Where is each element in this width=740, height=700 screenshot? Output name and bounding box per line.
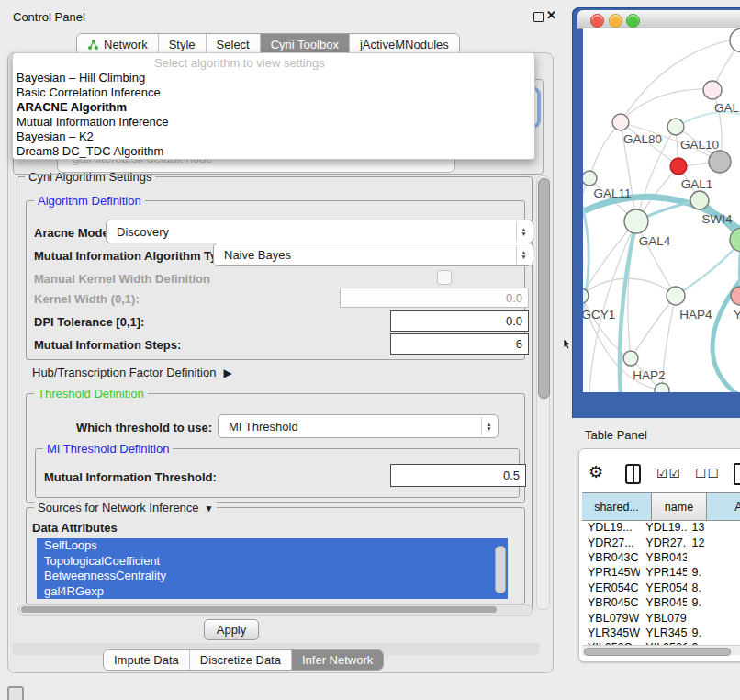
hub-definition-label: Hub/Transcription Factor Definition <box>32 366 216 379</box>
network-node[interactable] <box>655 383 669 392</box>
settings-gear-icon[interactable]: ⚙ <box>589 462 603 482</box>
network-window-titlebar[interactable] <box>577 10 740 29</box>
network-node[interactable] <box>612 114 629 130</box>
attribute-list-scrollbar[interactable] <box>495 540 505 597</box>
tab-select[interactable]: Select <box>207 34 261 54</box>
scrollbar-thumb[interactable] <box>538 178 550 399</box>
kernel-width-field[interactable]: 0.0 <box>340 288 529 308</box>
aracne-mode-label: Aracne Mode: <box>34 226 113 240</box>
select-all-checked-icon[interactable]: ☑☑ <box>656 466 681 480</box>
mi-type-combo[interactable]: Naive Bayes ▲▼ <box>213 243 533 266</box>
data-attribute-item[interactable]: TopologicalCoefficient <box>37 554 508 570</box>
tab-discretize-data[interactable]: Discretize Data <box>190 650 292 670</box>
column-header[interactable]: name <box>652 493 707 520</box>
network-node[interactable] <box>730 28 740 52</box>
network-node[interactable] <box>703 81 722 99</box>
tab-cyni-toolbox[interactable]: Cyni Toolbox <box>261 34 350 54</box>
document-icon[interactable] <box>734 463 740 485</box>
scrollbar-thumb[interactable] <box>21 606 497 613</box>
table-body: YDL19...YDL19...13YDR27...YDR27...12YBR0… <box>582 520 740 645</box>
table-row[interactable]: YLR345WYLR345W9. <box>582 626 740 640</box>
aracne-mode-combo[interactable]: Discovery ▲▼ <box>106 220 533 243</box>
threshold-definition-legend: Threshold Definition <box>34 387 148 401</box>
node-label: GAL11 <box>593 186 631 200</box>
network-node[interactable] <box>670 158 687 175</box>
tab-impute-data[interactable]: Impute Data <box>104 650 190 670</box>
tab-jactivemnodules[interactable]: jActiveMNodules <box>350 34 459 54</box>
control-panel-title: Control Panel <box>13 10 85 24</box>
mi-threshold-legend: MI Threshold Definition <box>43 442 173 456</box>
node-label: GCY1 <box>583 308 615 322</box>
dpi-tolerance-field[interactable]: 0.0 <box>390 310 529 332</box>
algorithm-definition-legend: Algorithm Definition <box>34 194 145 208</box>
tab-label: Impute Data <box>114 653 179 667</box>
manual-kernel-checkbox[interactable] <box>437 270 452 285</box>
node-label: GAL10 <box>680 138 719 152</box>
table-row[interactable]: YDL19...YDL19...13 <box>582 520 740 535</box>
split-columns-icon[interactable] <box>625 464 641 484</box>
collapsed-panel-icon[interactable] <box>7 686 24 700</box>
column-header[interactable]: A <box>707 493 740 520</box>
settings-horizontal-scrollbar[interactable] <box>18 604 533 616</box>
data-attributes-list[interactable]: SelfLoopsTopologicalCoefficientBetweenne… <box>37 538 508 599</box>
table-row[interactable]: YDR27...YDR27...12 <box>582 535 740 549</box>
algorithm-option[interactable]: Bayesian – K2 <box>17 130 531 144</box>
scrollbar-thumb[interactable] <box>584 648 731 656</box>
expand-right-icon: ▶ <box>223 367 231 379</box>
table-row[interactable]: YPR145WYPR145W9. <box>582 565 740 580</box>
settings-vertical-scrollbar[interactable] <box>536 175 550 610</box>
data-attributes-label: Data Attributes <box>32 521 118 535</box>
select-all-unchecked-icon[interactable]: ☐☐ <box>695 466 720 480</box>
tab-network[interactable]: Network <box>77 34 159 54</box>
close-light[interactable] <box>590 14 604 28</box>
node-label: Y <box>734 308 740 322</box>
network-node[interactable] <box>709 151 731 173</box>
table-row[interactable]: YBR045CYBR045C9. <box>582 595 740 610</box>
close-icon[interactable]: ✕ <box>546 8 556 22</box>
algorithm-option[interactable]: Bayesian – Hill Climbing <box>17 71 531 85</box>
table-row[interactable]: YER054CYER054C8. <box>582 581 740 595</box>
network-node[interactable] <box>667 119 684 135</box>
algorithm-option[interactable]: Dream8 DC_TDC Algorithm <box>17 144 531 159</box>
network-edge[interactable] <box>589 122 621 178</box>
network-node[interactable] <box>624 209 648 233</box>
data-attribute-item[interactable]: gal4RGexp <box>37 584 508 600</box>
data-attribute-item[interactable]: SelfLoops <box>37 538 508 554</box>
tab-infer-network[interactable]: Infer Network <box>292 650 383 670</box>
tab-style[interactable]: Style <box>159 34 207 54</box>
column-header[interactable]: shared... <box>582 493 652 520</box>
kernel-width-label: Kernel Width (0,1): <box>34 292 140 306</box>
network-edge[interactable] <box>583 278 676 296</box>
mi-threshold-field[interactable]: 0.5 <box>390 464 526 487</box>
algorithm-option[interactable]: ARACNE Algorithm <box>17 100 531 115</box>
network-edge[interactable] <box>676 240 740 296</box>
network-node[interactable] <box>667 287 685 305</box>
algorithm-option[interactable]: Basic Correlation Inference <box>17 85 531 100</box>
apply-button[interactable]: Apply <box>204 619 259 640</box>
node-label: GAL <box>714 101 740 115</box>
screen: Control Panel ✕ Network Style Select Cyn… <box>0 0 740 700</box>
tab-label: jActiveMNodules <box>360 38 449 51</box>
sources-legend[interactable]: Sources for Network Inference▼ <box>34 501 217 515</box>
table-row[interactable]: YBL079WYBL079W <box>582 610 740 625</box>
which-threshold-combo[interactable]: MI Threshold ▲▼ <box>218 414 499 438</box>
network-view-canvas[interactable]: GALGAL80GAL10GAL1GAL11SWI4GAL4GCY1HAP4YH… <box>583 28 740 392</box>
table-horizontal-scrollbar[interactable] <box>582 645 740 655</box>
network-node[interactable] <box>583 171 597 186</box>
tab-label: Cyni Toolbox <box>271 38 339 51</box>
scrollbar-thumb[interactable] <box>495 546 506 593</box>
network-node[interactable] <box>623 351 638 366</box>
kernel-width-value: 0.0 <box>506 291 522 305</box>
float-window-icon[interactable] <box>533 12 544 22</box>
network-node[interactable] <box>690 191 709 209</box>
stepper-icon: ▲▼ <box>516 222 531 241</box>
manual-kernel-label: Manual Kernel Width Definition <box>34 272 210 286</box>
data-attribute-item[interactable]: BetweennessCentrality <box>37 569 508 584</box>
table-row[interactable]: YBR043CYBR043C <box>582 550 740 565</box>
mi-steps-field[interactable]: 6 <box>390 333 529 355</box>
minimize-light[interactable] <box>609 14 622 28</box>
algorithm-option[interactable]: Mutual Information Inference <box>17 115 531 130</box>
hub-definition-toggle[interactable]: Hub/Transcription Factor Definition▶ <box>32 366 232 379</box>
sources-legend-label: Sources for Network Inference <box>38 501 199 514</box>
zoom-light[interactable] <box>626 14 640 28</box>
